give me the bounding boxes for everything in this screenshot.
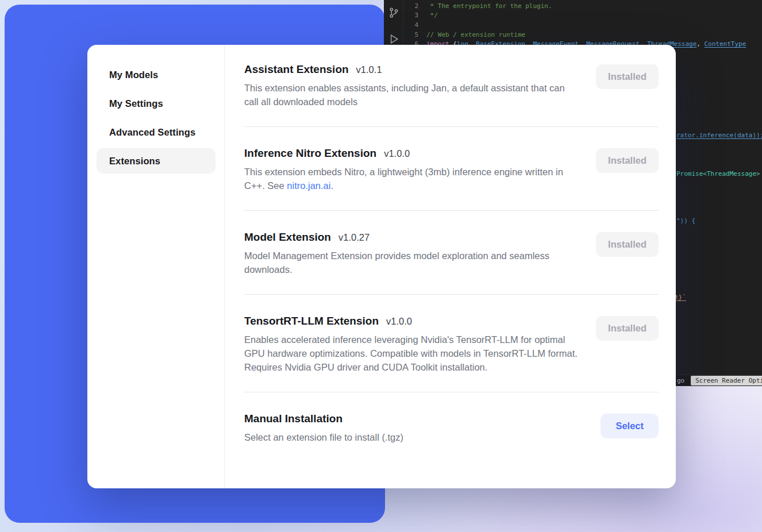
extension-description: Enables accelerated inference leveraging… (244, 333, 579, 374)
code-line: 5 // Web / extension runtime (403, 30, 762, 40)
sidebar-item-label: My Settings (109, 98, 163, 109)
sidebar-item-my-models[interactable]: My Models (97, 62, 215, 87)
extension-name: TensortRT-LLM Extension (244, 315, 379, 327)
extension-description: Model Management Extension provides mode… (244, 249, 579, 276)
sidebar-item-advanced-settings[interactable]: Advanced Settings (97, 119, 215, 145)
installed-button[interactable]: Installed (596, 316, 659, 341)
extension-name: Inference Nitro Extension (244, 147, 376, 160)
divider (244, 294, 659, 295)
divider (244, 210, 659, 211)
line-number: 2 (403, 2, 418, 10)
extension-row-tensorrt: TensortRT-LLM Extension v1.0.0 Enables a… (244, 315, 659, 374)
sidebar-item-label: My Models (109, 70, 158, 80)
select-file-button[interactable]: Select (601, 414, 659, 438)
settings-modal: My Models My Settings Advanced Settings … (87, 45, 676, 488)
extension-row-assistant: Assistant Extension v1.0.1 This extensio… (244, 63, 659, 109)
installed-button[interactable]: Installed (596, 232, 659, 257)
screen-reader-badge[interactable]: Screen Reader Optimized (691, 376, 762, 385)
extension-row-model: Model Extension v1.0.27 Model Management… (244, 231, 659, 276)
code-fragment: rator.inference(data)); (676, 132, 762, 139)
extension-description: This extension embeds Nitro, a lightweig… (244, 165, 579, 192)
status-language-indicator[interactable]: go (677, 377, 684, 384)
extension-description: This extension enables assistants, inclu… (244, 81, 579, 109)
installed-button[interactable]: Installed (596, 64, 659, 89)
code-fragment: ")) { (676, 217, 695, 225)
code-line: 2 * The entrypoint for the plugin. (403, 1, 762, 11)
line-number: 4 (403, 21, 418, 29)
editor-code-area: 2 * The entrypoint for the plugin. 3 */ … (403, 1, 762, 49)
extension-version: v1.0.27 (338, 232, 370, 243)
desktop-background: 2 * The entrypoint for the plugin. 3 */ … (0, 0, 762, 532)
code-line: 4 (403, 20, 762, 30)
sidebar-item-label: Extensions (109, 156, 160, 167)
description-text: . (330, 180, 333, 191)
divider (244, 126, 659, 127)
extension-version: v1.0.1 (356, 64, 382, 75)
sidebar-item-my-settings[interactable]: My Settings (97, 91, 215, 116)
code-text: * The entrypoint for the plugin. (426, 2, 552, 10)
code-fragment: Promise<ThreadMessage> (676, 170, 760, 178)
manual-installation-row: Manual Installation Select an extension … (244, 413, 659, 444)
code-text: // Web / extension runtime (426, 31, 525, 38)
divider (244, 392, 659, 392)
manual-installation-description: Select an extension file to install (.tg… (244, 430, 579, 444)
code-line: 3 */ (403, 11, 762, 21)
line-number: 5 (403, 31, 418, 38)
code-text: */ (426, 11, 438, 19)
source-control-icon[interactable] (388, 7, 399, 18)
installed-button[interactable]: Installed (596, 148, 659, 173)
extension-name: Model Extension (244, 231, 331, 244)
sidebar-item-extensions[interactable]: Extensions (97, 148, 215, 174)
settings-sidebar: My Models My Settings Advanced Settings … (87, 45, 225, 488)
sidebar-item-label: Advanced Settings (109, 127, 195, 138)
code-fragment: t}` (675, 294, 686, 301)
run-debug-icon[interactable] (388, 33, 399, 45)
line-number: 3 (403, 11, 418, 19)
nitro-jan-ai-link[interactable]: nitro.jan.ai (287, 180, 330, 191)
manual-installation-title: Manual Installation (244, 413, 342, 425)
extensions-panel: Assistant Extension v1.0.1 This extensio… (225, 45, 676, 488)
extension-row-nitro: Inference Nitro Extension v1.0.0 This ex… (244, 147, 659, 192)
extension-version: v1.0.0 (384, 148, 410, 159)
extension-name: Assistant Extension (244, 63, 349, 76)
extension-version: v1.0.0 (386, 316, 412, 327)
